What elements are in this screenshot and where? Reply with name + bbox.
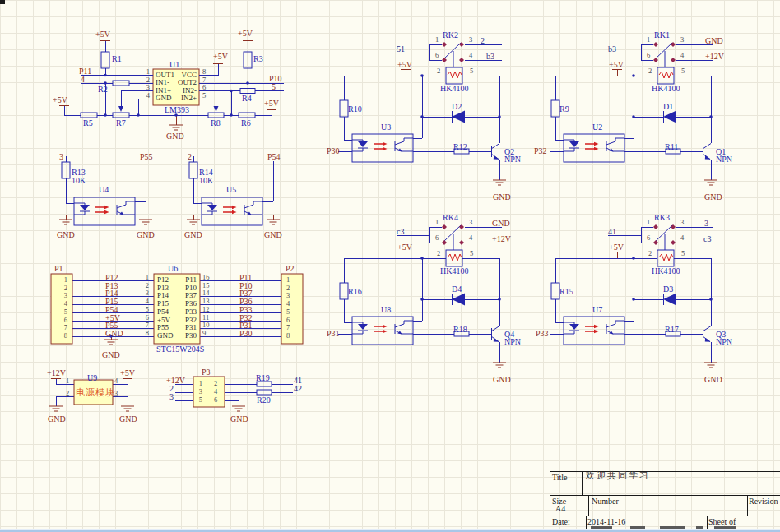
label-4: 4 bbox=[680, 234, 684, 242]
label-+5v: +5V bbox=[397, 61, 412, 69]
label-gnd: GND bbox=[493, 193, 511, 201]
label-p2: P2 bbox=[286, 265, 295, 273]
label-14: 14 bbox=[202, 289, 210, 297]
label-5: 5 bbox=[64, 308, 67, 316]
label-3: 3 bbox=[169, 393, 174, 401]
label-电源模块: 电源模块 bbox=[76, 387, 115, 397]
label-gnd: GND bbox=[264, 231, 282, 239]
label-p30: P30 bbox=[327, 147, 340, 155]
label-6: 6 bbox=[435, 234, 439, 242]
label-r5: R5 bbox=[83, 119, 93, 127]
label-r7: R7 bbox=[116, 119, 126, 127]
label-2: 2 bbox=[648, 250, 652, 257]
label-gnd: GND bbox=[184, 231, 202, 239]
label-r4: R4 bbox=[242, 95, 252, 103]
label-u4: U4 bbox=[99, 186, 109, 194]
label-hk4100: HK4100 bbox=[440, 85, 468, 93]
label-p12: P12 bbox=[157, 276, 169, 284]
label-gnd: GND bbox=[137, 231, 155, 239]
label-p15: P15 bbox=[157, 300, 169, 308]
label-p37: P37 bbox=[185, 292, 197, 299]
label-r3: R3 bbox=[253, 55, 263, 63]
label-lm393: LM393 bbox=[165, 106, 189, 114]
label-in1-: IN1- bbox=[156, 79, 169, 86]
label-3: 3 bbox=[469, 219, 472, 226]
label-3: 3 bbox=[704, 220, 708, 228]
label-3: 3 bbox=[114, 390, 118, 397]
label-2: 2 bbox=[481, 37, 485, 45]
label-4: 4 bbox=[81, 76, 85, 84]
label-u1: U1 bbox=[169, 61, 179, 69]
label-2: 2 bbox=[188, 153, 192, 161]
label-d4: D4 bbox=[452, 285, 462, 294]
label-7: 7 bbox=[64, 324, 67, 331]
label-1: 1 bbox=[64, 276, 67, 284]
label-3: 3 bbox=[146, 84, 150, 91]
label-r18: R18 bbox=[453, 326, 467, 334]
label-gnd: GND bbox=[704, 193, 722, 201]
label-npn: NPN bbox=[716, 155, 732, 164]
schematic-canvas[interactable]: +5VR1P114U1R2+5V+5VR3P105R4+5VR5R7R8R6+5… bbox=[0, 0, 780, 532]
label-1: 1 bbox=[146, 68, 150, 76]
label-5: 5 bbox=[146, 306, 149, 313]
label-gnd: GND bbox=[102, 351, 120, 359]
label-p55: P55 bbox=[157, 324, 169, 331]
label-1: 1 bbox=[199, 380, 202, 387]
title-block-size-value: A4 bbox=[555, 504, 565, 513]
label-8: 8 bbox=[146, 330, 149, 337]
label-r9: R9 bbox=[559, 105, 569, 113]
label-+12v: +12V bbox=[705, 53, 724, 61]
label-2: 2 bbox=[214, 380, 217, 387]
label-r17: R17 bbox=[665, 326, 679, 334]
label-42: 42 bbox=[294, 385, 302, 393]
label-3: 3 bbox=[680, 36, 684, 44]
label-u7: U7 bbox=[592, 306, 602, 314]
label-1: 1 bbox=[435, 219, 439, 226]
label-p30: P30 bbox=[185, 332, 197, 340]
label-d3: D3 bbox=[663, 285, 673, 294]
label-4: 4 bbox=[469, 52, 472, 59]
label-3: 3 bbox=[286, 292, 290, 299]
label-1: 1 bbox=[647, 36, 650, 44]
label-u6: U6 bbox=[168, 265, 178, 273]
label-u8: U8 bbox=[381, 306, 391, 314]
label-r2: R2 bbox=[98, 86, 108, 94]
label-4: 4 bbox=[146, 298, 149, 305]
label-rk4: RK4 bbox=[443, 214, 458, 222]
label-p32: P32 bbox=[534, 147, 547, 155]
label-p31: P31 bbox=[185, 324, 197, 331]
label-out2: OUT2 bbox=[178, 79, 197, 86]
label-7: 7 bbox=[286, 324, 290, 331]
label-1: 1 bbox=[647, 219, 650, 226]
label-2: 2 bbox=[66, 390, 69, 397]
label-1: 1 bbox=[435, 36, 439, 44]
label-3: 3 bbox=[64, 292, 67, 299]
label-gnd: GND bbox=[704, 376, 722, 384]
label-u3: U3 bbox=[381, 123, 391, 132]
label-+12v: +12V bbox=[47, 369, 66, 377]
label-12: 12 bbox=[202, 306, 210, 313]
label-r19: R19 bbox=[256, 374, 270, 382]
label-gnd: GND bbox=[48, 415, 66, 423]
label-9: 9 bbox=[202, 330, 206, 337]
label-4: 4 bbox=[469, 234, 472, 242]
label-+5v: +5V bbox=[53, 96, 67, 104]
label-5: 5 bbox=[286, 308, 290, 316]
label-p3: P3 bbox=[202, 368, 211, 377]
label-+5v: +5V bbox=[609, 243, 624, 252]
label-5: 5 bbox=[199, 396, 202, 404]
label-2: 2 bbox=[437, 67, 440, 75]
label-u5: U5 bbox=[226, 186, 236, 194]
label-b3: b3 bbox=[608, 45, 616, 53]
label-gnd: GND bbox=[705, 37, 723, 45]
label-+5v: +5V bbox=[397, 243, 412, 252]
label-p14: P14 bbox=[157, 292, 169, 299]
title-block-title-label: Title bbox=[552, 473, 568, 482]
label-+5v: +5V bbox=[213, 53, 228, 61]
label-5: 5 bbox=[272, 83, 276, 91]
label-gnd: GND bbox=[156, 95, 172, 102]
label-3: 3 bbox=[199, 388, 202, 396]
label-r8: R8 bbox=[211, 119, 221, 127]
label-c3: c3 bbox=[397, 228, 404, 236]
label-6: 6 bbox=[202, 84, 206, 91]
